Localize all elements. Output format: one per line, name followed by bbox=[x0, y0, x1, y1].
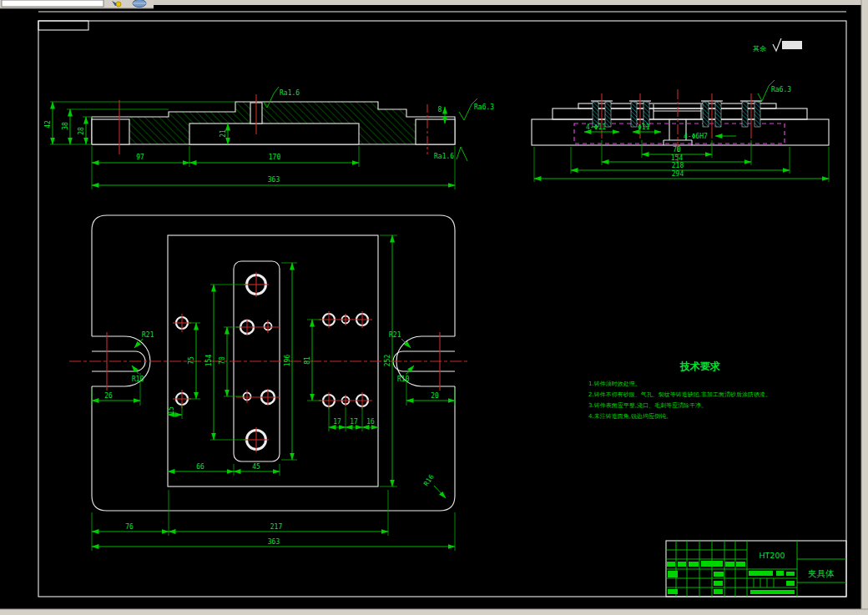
dim-70: 70 bbox=[673, 146, 681, 154]
roughness-value-block bbox=[782, 41, 802, 49]
hole-note-left: 4-Φ11 bbox=[586, 124, 606, 131]
dim-252: 252 bbox=[384, 355, 391, 367]
dim-363: 363 bbox=[268, 176, 280, 184]
dim-16: 16 bbox=[366, 418, 375, 426]
vertical-scrollbar[interactable] bbox=[861, 0, 868, 615]
tech-req-line: 3.铸件表面应平整,浇口、毛刺等应清除干净。 bbox=[588, 401, 707, 409]
cavity-void bbox=[189, 124, 359, 144]
hole-note-right: 4-Φ6H7 bbox=[684, 133, 708, 140]
radius-R21-left: R21 bbox=[142, 331, 154, 339]
finish-top: Ra1.6 bbox=[280, 89, 300, 97]
horizontal-scrollbar[interactable] bbox=[0, 609, 868, 615]
globe-icon[interactable] bbox=[133, 0, 146, 8]
tech-req-line: 4.未注铸造圆角,锐边均应倒钝。 bbox=[588, 412, 672, 420]
hole-note-center: Φ11 bbox=[638, 124, 650, 131]
dim-170: 170 bbox=[269, 154, 281, 161]
dim-26: 26 bbox=[104, 392, 113, 400]
dim-154: 154 bbox=[205, 355, 213, 367]
finish-right: Ra6.3 bbox=[474, 103, 494, 111]
general-note-label: 其余 bbox=[753, 45, 766, 53]
dim-21: 21 bbox=[220, 129, 227, 138]
radius-R10-left: R10 bbox=[132, 376, 144, 383]
dim-75: 75 bbox=[188, 356, 195, 365]
part-name-label: 夹具体 bbox=[808, 568, 835, 578]
dim-15: 15 bbox=[168, 406, 175, 415]
radius-R21-right: R21 bbox=[389, 331, 401, 339]
cad-canvas: 其余 42 38 bbox=[0, 0, 868, 615]
finish-top: Ra6.3 bbox=[771, 86, 791, 93]
dim-76: 76 bbox=[125, 523, 134, 531]
dim-28: 28 bbox=[78, 127, 85, 135]
tech-req-line: 1.铸件须时效处理。 bbox=[588, 381, 641, 387]
dim-97: 97 bbox=[136, 154, 144, 161]
dim-17a: 17 bbox=[333, 418, 341, 426]
finish-bottom: Ra1.6 bbox=[434, 153, 454, 160]
dim-17b: 17 bbox=[350, 418, 358, 426]
dim-217: 217 bbox=[270, 523, 283, 531]
dim-20: 20 bbox=[431, 392, 439, 400]
tech-req-line: 2.铸件不得有砂眼、气孔、裂纹等铸造缺陷,非加工面清砂后涂防锈漆。 bbox=[588, 391, 771, 398]
radius-R10-right: R10 bbox=[397, 376, 410, 383]
dim-38: 38 bbox=[62, 122, 69, 130]
dim-81: 81 bbox=[304, 356, 311, 365]
dim-294: 294 bbox=[672, 170, 684, 178]
dim-66: 66 bbox=[196, 463, 204, 471]
dim-8: 8 bbox=[438, 106, 442, 113]
dim-218: 218 bbox=[672, 162, 684, 169]
dim-196: 196 bbox=[284, 355, 291, 367]
dim-154: 154 bbox=[671, 154, 684, 162]
material-label: HT200 bbox=[759, 551, 785, 560]
dim-42: 42 bbox=[44, 120, 52, 129]
dim-45: 45 bbox=[252, 463, 260, 471]
address-input[interactable] bbox=[2, 0, 103, 7]
tech-req-title: 技术要求 bbox=[679, 360, 720, 372]
dim-70: 70 bbox=[219, 356, 226, 365]
dim-363: 363 bbox=[268, 538, 280, 546]
